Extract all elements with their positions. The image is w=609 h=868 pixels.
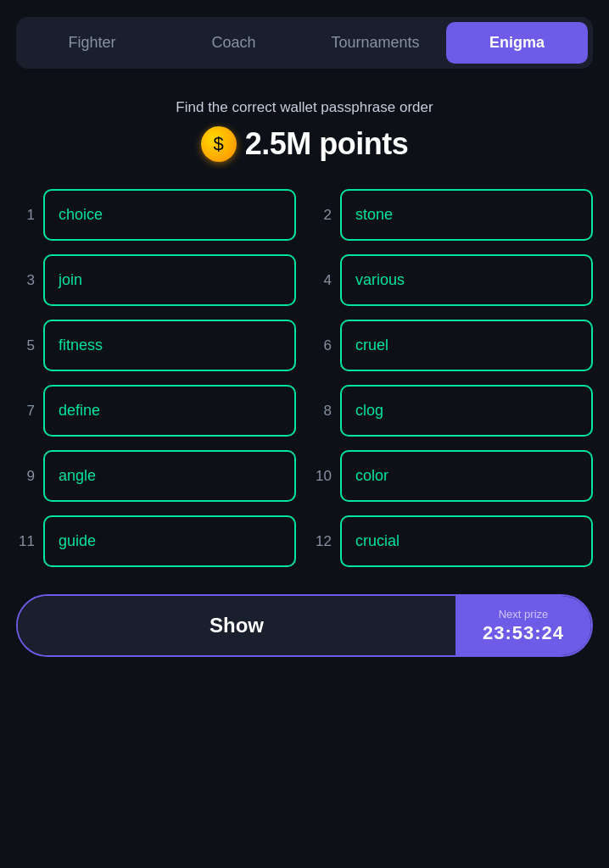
word-box-1[interactable]: choice [43,189,296,241]
bottom-bar: Show Next prize 23:53:24 [16,594,593,657]
word-item-4: 4 various [313,254,593,306]
tab-enigma[interactable]: Enigma [446,22,588,64]
next-prize-timer: 23:53:24 [483,622,564,644]
word-box-6[interactable]: cruel [340,320,593,371]
word-item-8: 8 clog [313,385,593,437]
word-box-2[interactable]: stone [340,189,593,241]
word-number-6: 6 [313,337,332,354]
word-box-10[interactable]: color [340,450,593,502]
points-display: 2.5M points [245,126,409,162]
header-subtitle: Find the correct wallet passphrase order [176,99,433,116]
word-item-2: 2 stone [313,189,593,241]
word-number-2: 2 [313,207,332,224]
next-prize-section: Next prize 23:53:24 [455,596,591,655]
word-number-5: 5 [16,337,35,354]
word-item-6: 6 cruel [313,320,593,371]
next-prize-label: Next prize [499,608,549,620]
word-number-9: 9 [16,468,35,485]
word-box-11[interactable]: guide [43,515,296,567]
coin-icon: $ [201,126,237,162]
word-item-11: 11 guide [16,515,296,567]
word-number-1: 1 [16,207,35,224]
word-number-8: 8 [313,403,332,420]
word-item-1: 1 choice [16,189,296,241]
points-row: $ 2.5M points [176,126,433,162]
word-box-12[interactable]: crucial [340,515,593,567]
show-button[interactable]: Show [18,596,455,655]
header-section: Find the correct wallet passphrase order… [176,99,433,162]
tab-fighter[interactable]: Fighter [21,22,163,64]
word-item-7: 7 define [16,385,296,437]
word-box-7[interactable]: define [43,385,296,437]
word-box-3[interactable]: join [43,254,296,306]
tab-tournaments[interactable]: Tournaments [304,22,446,64]
word-item-10: 10 color [313,450,593,502]
app-container: Fighter Coach Tournaments Enigma Find th… [0,0,609,868]
word-number-12: 12 [313,533,332,550]
word-item-3: 3 join [16,254,296,306]
word-box-4[interactable]: various [340,254,593,306]
word-item-5: 5 fitness [16,320,296,371]
word-item-9: 9 angle [16,450,296,502]
word-grid: 1 choice 2 stone 3 join 4 various 5 fitn… [16,189,593,567]
tab-bar: Fighter Coach Tournaments Enigma [16,17,593,69]
word-box-5[interactable]: fitness [43,320,296,371]
tab-coach[interactable]: Coach [163,22,304,64]
word-item-12: 12 crucial [313,515,593,567]
word-number-7: 7 [16,403,35,420]
word-number-4: 4 [313,272,332,289]
word-number-3: 3 [16,272,35,289]
word-box-9[interactable]: angle [43,450,296,502]
word-number-11: 11 [16,533,35,550]
word-number-10: 10 [313,468,332,485]
word-box-8[interactable]: clog [340,385,593,437]
